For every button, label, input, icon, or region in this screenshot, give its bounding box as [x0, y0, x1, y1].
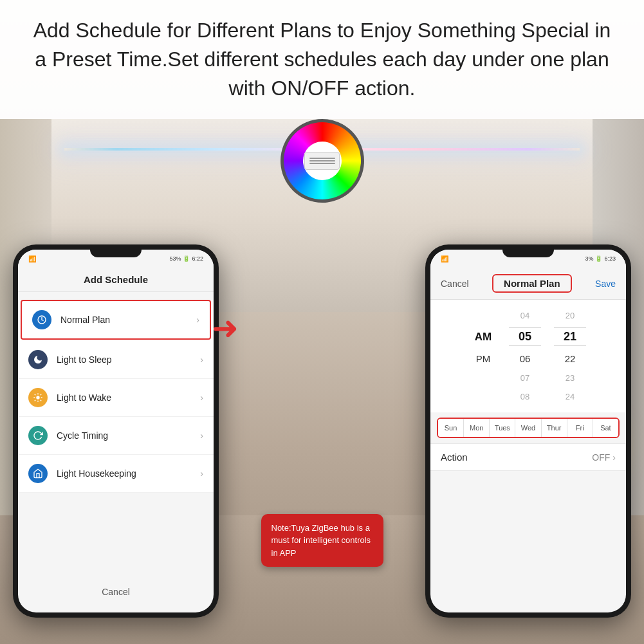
schedule-menu-list: Normal Plan › Light to Sleep › Lig: [18, 300, 214, 493]
hour-07: 07: [509, 371, 541, 385]
note-bubble: Note:Tuya ZigBee hub is a must for intel…: [261, 514, 383, 567]
chevron-right-icon-3: ›: [200, 392, 203, 403]
right-status-icons: 3% 🔋 6:23: [585, 255, 616, 262]
day-sun[interactable]: Sun: [438, 419, 464, 437]
right-arrow-icon: ➜: [212, 312, 239, 344]
svg-line-7: [41, 400, 41, 401]
cancel-label: Cancel: [102, 587, 130, 597]
chevron-right-icon-4: ›: [200, 430, 203, 441]
left-phone-screen: 📶 53% 🔋 6:22 Add Schedule Normal P: [18, 250, 214, 612]
day-sat[interactable]: Sat: [593, 419, 618, 437]
action-value[interactable]: OFF ›: [592, 452, 616, 463]
phones-area: 📶 53% 🔋 6:22 Add Schedule Normal P: [0, 244, 644, 644]
right-signal-icons: 📶: [441, 255, 448, 262]
hour-04: 04: [509, 309, 541, 322]
right-phone-notch: [502, 244, 554, 257]
left-time: 6:22: [192, 255, 203, 262]
ampm-pm: PM: [470, 351, 496, 366]
svg-line-6: [35, 394, 35, 395]
left-status-icons: 53% 🔋 6:22: [169, 255, 203, 262]
svg-point-1: [36, 396, 39, 399]
save-button[interactable]: Save: [595, 279, 616, 289]
right-battery-percent: 3%: [585, 255, 593, 262]
svg-line-9: [35, 400, 35, 401]
hour-05-selected: 05: [509, 327, 541, 346]
right-phone-frame: 📶 3% 🔋 6:23 Cancel Normal Plan Save: [425, 244, 631, 618]
sun-icon: [28, 388, 48, 407]
time-row-selected: AM 05 21: [430, 325, 626, 349]
time-row-5: 08 24: [430, 387, 626, 406]
action-chevron-icon: ›: [612, 452, 616, 463]
plan-title-box: Normal Plan: [492, 274, 572, 293]
menu-item-normal-plan[interactable]: Normal Plan ›: [21, 300, 211, 340]
product-image: [281, 119, 364, 203]
hour-06: 06: [509, 351, 541, 366]
menu-item-light-sleep[interactable]: Light to Sleep ›: [18, 341, 214, 379]
min-21: 21: [554, 327, 586, 346]
right-cancel-button[interactable]: Cancel: [441, 279, 469, 289]
device-line-2: [309, 160, 335, 161]
action-label: Action: [441, 452, 468, 463]
action-off-label: OFF: [592, 452, 610, 463]
menu-item-light-wake[interactable]: Light to Wake ›: [18, 379, 214, 417]
product-device: [304, 152, 340, 170]
add-schedule-title: Add Schedule: [18, 268, 214, 292]
product-center: [303, 142, 342, 180]
menu-item-cycle-timing[interactable]: Cycle Timing ›: [18, 417, 214, 455]
clock-icon: [32, 310, 51, 329]
right-battery-icon: 🔋: [595, 255, 602, 262]
cycle-icon: [28, 426, 48, 445]
time-row-3: PM 06 22: [430, 349, 626, 369]
right-phone-screen: 📶 3% 🔋 6:23 Cancel Normal Plan Save: [430, 250, 626, 612]
time-row-1: 04 20: [430, 306, 626, 325]
product-led-ring: [284, 122, 361, 199]
right-time: 6:23: [604, 255, 616, 262]
header-text: Add Schedule for Different Plans to Enjo…: [26, 16, 618, 102]
ampm-am: AM: [470, 329, 496, 345]
time-row-4: 07 23: [430, 369, 626, 387]
house-icon: [28, 464, 48, 483]
moon-icon: [28, 350, 48, 369]
left-signal-icons: 📶: [28, 255, 36, 262]
time-picker: 04 20 AM 05 21: [430, 300, 626, 412]
left-battery-percent: 53%: [169, 255, 181, 262]
svg-line-8: [41, 394, 41, 395]
day-wed[interactable]: Wed: [515, 419, 541, 437]
housekeeping-label: Light Housekeeping: [57, 468, 200, 479]
menu-item-housekeeping[interactable]: Light Housekeeping ›: [18, 455, 214, 493]
action-row[interactable]: Action OFF ›: [430, 443, 626, 471]
day-mon[interactable]: Mon: [464, 419, 490, 437]
min-23: 23: [554, 371, 586, 385]
chevron-right-icon-5: ›: [200, 468, 203, 479]
arrow-indicator: ➜: [199, 309, 251, 347]
left-cancel-button[interactable]: Cancel: [89, 583, 143, 601]
left-phone-frame: 📶 53% 🔋 6:22 Add Schedule Normal P: [13, 244, 219, 618]
right-phone-header: Cancel Normal Plan Save: [430, 268, 626, 300]
chevron-right-icon-2: ›: [200, 354, 203, 365]
day-thur[interactable]: Thur: [542, 419, 567, 437]
left-battery-icon: 🔋: [183, 255, 190, 262]
days-selector[interactable]: Sun Mon Tues Wed Thur Fri Sat: [437, 418, 620, 438]
min-20: 20: [554, 309, 586, 322]
device-line-3: [309, 163, 335, 164]
add-schedule-label: Add Schedule: [84, 274, 148, 285]
min-22: 22: [554, 351, 586, 366]
device-line-1: [309, 158, 335, 159]
light-wake-label: Light to Wake: [57, 392, 200, 403]
day-fri[interactable]: Fri: [567, 419, 593, 437]
light-sleep-label: Light to Sleep: [57, 354, 200, 365]
header-area: Add Schedule for Different Plans to Enjo…: [0, 0, 644, 119]
day-tues[interactable]: Tues: [490, 419, 515, 437]
note-text: Note:Tuya ZigBee hub is a must for intel…: [271, 523, 371, 558]
left-phone-notch: [90, 244, 142, 257]
normal-plan-label: Normal Plan: [60, 315, 196, 325]
cycle-timing-label: Cycle Timing: [57, 430, 200, 441]
min-24: 24: [554, 390, 586, 403]
hour-08: 08: [509, 390, 541, 403]
plan-title-label: Normal Plan: [504, 278, 560, 289]
